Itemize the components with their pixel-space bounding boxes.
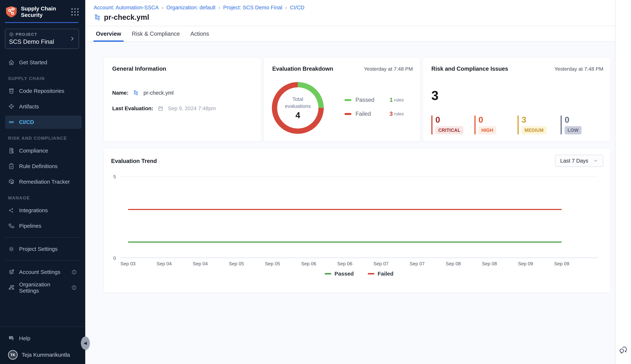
trend-x-tick: Sep 06	[337, 261, 352, 266]
calendar-icon	[158, 106, 163, 112]
severity-high: 0 HIGH	[475, 116, 518, 134]
donut-total-value: 4	[296, 110, 300, 120]
tab-overview[interactable]: Overview	[96, 26, 121, 42]
sidebar-item-label: Remediation Tracker	[19, 179, 70, 185]
organization-settings-icon	[8, 284, 15, 291]
sidebar-accent-divider	[5, 22, 79, 23]
last-evaluation-label: Last Evaluation:	[112, 106, 153, 112]
sidebar-item-artifacts[interactable]: Artifacts	[5, 100, 82, 113]
trend-x-tick: Sep 08	[446, 261, 461, 266]
trend-x-tick: Sep 07	[409, 261, 425, 266]
user-menu[interactable]: TK Teja Kummarikuntla	[0, 350, 85, 360]
high-count: 0	[479, 116, 518, 124]
legend-label: Failed	[355, 110, 385, 117]
tab-actions[interactable]: Actions	[190, 26, 209, 42]
tab-risk-compliance[interactable]: Risk & Compliance	[132, 26, 180, 42]
sidebar-section-manage: MANAGE	[8, 195, 85, 200]
breadcrumb: Account: Automation-SSCA › Organization:…	[94, 4, 615, 10]
sidebar-section-risk-compliance: RISK AND COMPLIANCE	[8, 136, 85, 141]
breadcrumb-separator: ›	[162, 4, 163, 10]
sidebar-item-label: Code Repositories	[19, 88, 64, 94]
failed-dash-icon	[344, 113, 351, 115]
sidebar-item-code-repositories[interactable]: Code Repositories	[5, 84, 82, 98]
right-rail	[615, 0, 631, 364]
trend-plot: Sep 03Sep 04Sep 04Sep 05Sep 05Sep 06Sep …	[120, 176, 598, 258]
sidebar-item-remediation-tracker[interactable]: Remediation Tracker	[5, 175, 82, 188]
breadcrumb-cicd-link[interactable]: CI/CD	[290, 4, 305, 10]
critical-count: 0	[436, 116, 475, 124]
sidebar-item-label: Help	[19, 335, 31, 342]
risk-compliance-issues-card: Risk and Compliance Issues Yesterday at …	[423, 57, 611, 142]
last-evaluation-value: Sep 9, 2024 7:48pm	[168, 106, 216, 112]
pipeline-file-icon	[133, 90, 139, 96]
app-title: Supply Chain Security	[21, 6, 68, 18]
sidebar-item-account-settings[interactable]: Account Settings	[5, 266, 82, 279]
sidebar-item-help[interactable]: ? Help	[5, 332, 82, 345]
card-title: Evaluation Trend	[111, 158, 157, 164]
donut-center-label: Total evaluations	[282, 96, 313, 110]
breadcrumb-account-link[interactable]: Account: Automation-SSCA	[94, 4, 159, 10]
failed-dash-icon	[368, 273, 374, 274]
sidebar-item-project-settings[interactable]: Project Settings	[5, 242, 82, 256]
evaluation-breakdown-card: Evaluation Breakdown Yesterday at 7:48 P…	[264, 57, 420, 142]
support-chat-icon[interactable]	[618, 345, 628, 356]
breadcrumb-separator: ›	[218, 4, 220, 10]
sidebar-item-compliance[interactable]: Compliance	[5, 144, 82, 157]
pipelines-icon	[8, 223, 15, 229]
project-selector-value: SCS Demo Final	[9, 38, 70, 45]
project-selector-label: PROJECT	[16, 32, 37, 37]
app-switcher-icon[interactable]	[71, 8, 79, 16]
sidebar-item-pipelines[interactable]: Pipelines	[5, 219, 82, 232]
trend-x-tick: Sep 03	[120, 261, 135, 266]
sidebar-item-label: Compliance	[19, 148, 48, 154]
help-chat-icon: ?	[8, 335, 15, 342]
sidebar-collapse-button[interactable]: ◀	[81, 336, 90, 350]
breadcrumb-separator: ›	[285, 4, 287, 10]
time-range-dropdown[interactable]: Last 7 Days	[555, 155, 603, 167]
sidebar-item-integrations[interactable]: Integrations	[5, 204, 82, 217]
chevron-down-icon	[593, 158, 598, 163]
trend-x-tick: Sep 06	[301, 261, 316, 266]
passed-dash-icon	[344, 99, 351, 101]
sidebar: Supply Chain Security PROJECT SCS Demo F…	[0, 0, 85, 364]
sidebar-item-label: Artifacts	[19, 104, 39, 110]
breadcrumb-org-link[interactable]: Organization: default	[166, 4, 216, 10]
time-range-value: Last 7 Days	[560, 158, 588, 164]
sidebar-item-get-started[interactable]: Get Started	[5, 56, 82, 69]
general-information-card: General Information Name: pr-check.yml L…	[104, 57, 261, 142]
sidebar-item-rule-definitions[interactable]: Rule Definitions	[5, 160, 82, 173]
trend-legend: Passed Failed	[120, 270, 598, 277]
legend-label: Passed	[335, 270, 354, 277]
legend-label: Passed	[355, 97, 385, 103]
trend-x-tick: Sep 04	[156, 261, 172, 266]
trend-x-tick: Sep 05	[265, 261, 280, 266]
y-axis-max-label: 5	[113, 174, 116, 180]
sidebar-item-organization-settings[interactable]: Organization Settings	[5, 281, 82, 294]
card-title: Risk and Compliance Issues	[431, 66, 508, 72]
trend-x-tick: Sep 09	[554, 261, 569, 266]
page-header: Account: Automation-SSCA › Organization:…	[85, 0, 615, 26]
avatar: TK	[8, 350, 18, 360]
sidebar-item-label: CI/CD	[19, 119, 34, 125]
chevron-right-icon	[70, 36, 75, 42]
y-axis-min-label: 0	[113, 256, 116, 261]
sidebar-item-label: Pipelines	[19, 223, 42, 229]
pipeline-file-icon	[94, 14, 101, 21]
project-selector[interactable]: PROJECT SCS Demo Final	[5, 29, 79, 49]
trend-legend-failed: Failed	[368, 270, 394, 277]
legend-label: Failed	[378, 270, 394, 277]
sidebar-divider	[5, 260, 80, 261]
main-area: Account: Automation-SSCA › Organization:…	[85, 0, 615, 364]
artifacts-icon	[8, 103, 15, 110]
info-icon[interactable]	[71, 285, 77, 290]
info-icon[interactable]	[71, 269, 77, 275]
sidebar-item-label: Account Settings	[19, 269, 60, 275]
rule-definitions-clipboard-icon	[8, 163, 15, 170]
low-badge: LOW	[565, 126, 581, 134]
sidebar-bottom: ? Help TK Teja Kummarikuntla	[0, 327, 85, 364]
breadcrumb-project-link[interactable]: Project: SCS Demo Final	[223, 4, 282, 10]
page-title: pr-check.yml	[104, 13, 149, 22]
sidebar-item-cicd[interactable]: CI/CD	[5, 116, 82, 129]
passed-count: 1	[389, 97, 393, 103]
severity-low: 0 LOW	[561, 116, 604, 134]
